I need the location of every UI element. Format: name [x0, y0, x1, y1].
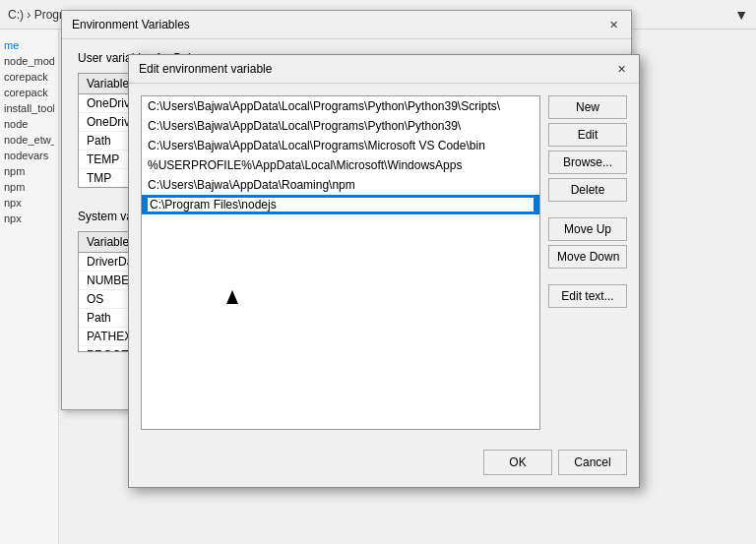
sidebar-item-corepack1[interactable]: corepack: [4, 69, 54, 85]
path-item-4[interactable]: C:\Users\Bajwa\AppData\Roaming\npm: [142, 175, 539, 195]
sidebar-item-npm1[interactable]: npm: [4, 163, 54, 179]
path-item-2[interactable]: C:\Users\Bajwa\AppData\Local\Programs\Mi…: [142, 136, 539, 155]
path-item-1[interactable]: C:\Users\Bajwa\AppData\Local\Programs\Py…: [142, 116, 539, 136]
env-vars-close-button[interactable]: ✕: [605, 17, 621, 32]
edit-env-buttons: New Edit Browse... Delete Move Up Move D…: [548, 95, 627, 430]
path-edit-button[interactable]: Edit: [548, 123, 627, 147]
sidebar-item-corepack2[interactable]: corepack: [4, 85, 54, 100]
scroll-down-icon: ▼: [734, 7, 748, 23]
path-edit-input[interactable]: [148, 198, 534, 212]
edit-env-titlebar: Edit environment variable ✕: [129, 55, 639, 84]
edit-env-title: Edit environment variable: [139, 62, 272, 76]
edit-env-cancel-button[interactable]: Cancel: [558, 450, 627, 475]
sidebar-item-nodevars[interactable]: nodevars: [4, 148, 54, 163]
env-vars-title: Environment Variables: [72, 18, 190, 31]
edit-env-bottom-buttons: OK Cancel: [129, 442, 639, 487]
path-browse-button[interactable]: Browse...: [548, 151, 627, 174]
sidebar-item-node[interactable]: node: [4, 116, 54, 132]
edit-env-body: C:\Users\Bajwa\AppData\Local\Programs\Py…: [129, 84, 639, 442]
path-item-5[interactable]: [142, 195, 539, 214]
path-list: C:\Users\Bajwa\AppData\Local\Programs\Py…: [141, 95, 540, 430]
path-new-button[interactable]: New: [548, 95, 627, 119]
sidebar-item-npm2[interactable]: npm: [4, 179, 54, 195]
path-item-3[interactable]: %USERPROFILE%\AppData\Local\Microsoft\Wi…: [142, 155, 539, 175]
sidebar-item-node-etw[interactable]: node_etw_p: [4, 132, 54, 148]
sidebar-item-node-modules[interactable]: node_modu: [4, 53, 54, 69]
sidebar-item-install-tools[interactable]: install_tools: [4, 100, 54, 116]
explorer-sidebar: me node_modu corepack corepack install_t…: [0, 30, 59, 544]
edit-env-dialog: Edit environment variable ✕ C:\Users\Baj…: [128, 54, 640, 488]
path-edit-text-button[interactable]: Edit text...: [548, 284, 627, 308]
path-move-down-button[interactable]: Move Down: [548, 245, 627, 269]
path-item-0[interactable]: C:\Users\Bajwa\AppData\Local\Programs\Py…: [142, 96, 539, 116]
sidebar-item-me[interactable]: me: [4, 37, 54, 53]
env-vars-titlebar: Environment Variables ✕: [62, 11, 631, 39]
sidebar-item-npx1[interactable]: npx: [4, 195, 54, 211]
path-delete-button[interactable]: Delete: [548, 178, 627, 202]
sidebar-item-npx2[interactable]: npx: [4, 211, 54, 226]
path-move-up-button[interactable]: Move Up: [548, 217, 627, 241]
edit-env-close-button[interactable]: ✕: [613, 61, 629, 77]
edit-env-ok-button[interactable]: OK: [483, 450, 552, 475]
